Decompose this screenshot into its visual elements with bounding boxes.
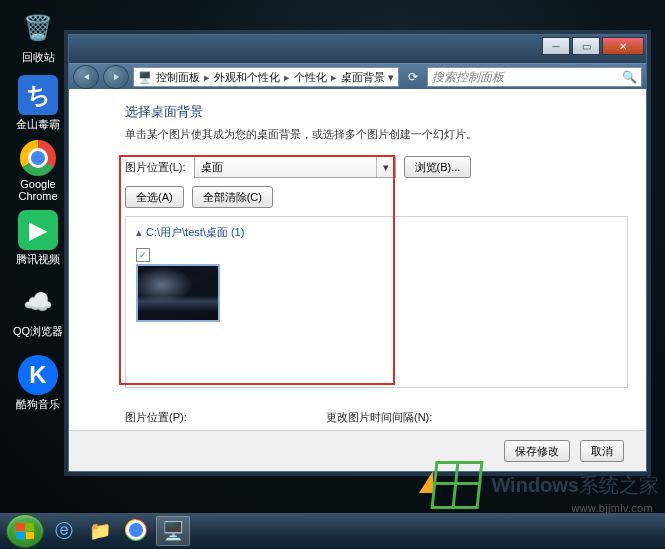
interval-label: 更改图片时间间隔(N): [326,410,560,425]
maximize-button[interactable]: ▭ [572,37,600,55]
desktop-icon-kugou[interactable]: K 酷狗音乐 [10,355,66,412]
watermark-text: Windows系统之家 [491,472,659,499]
chevron-down-icon: ▾ [376,157,395,177]
refresh-button[interactable]: ⟳ [403,70,423,84]
minimize-button[interactable]: ─ [542,37,570,55]
desktop-icon-label: 腾讯视频 [10,252,66,267]
start-button[interactable] [6,514,44,548]
taskbar-control-panel[interactable]: 🖥️ [156,516,190,546]
breadcrumb-item[interactable]: 桌面背景 [341,70,385,85]
search-icon: 🔍 [622,70,637,84]
desktop-icon-label: 回收站 [10,50,66,65]
nav-back-button[interactable] [73,65,99,89]
desktop-icon-tencent[interactable]: ▶ 腾讯视频 [10,210,66,267]
recycle-bin-icon: 🗑️ [18,8,58,48]
nav-toolbar: 🖥️ 控制面板▸ 外观和个性化▸ 个性化▸ 桌面背景 ▾ ⟳ 搜索控制面板 🔍 [69,63,646,91]
shield-icon: ち [18,75,58,115]
picture-position-label: 图片位置(P): [125,410,266,425]
wallpaper-checkbox[interactable]: ✓ [136,248,150,262]
breadcrumb-item[interactable]: 控制面板 [156,70,200,85]
breadcrumb[interactable]: 🖥️ 控制面板▸ 外观和个性化▸ 个性化▸ 桌面背景 ▾ [133,67,399,87]
clear-all-button[interactable]: 全部清除(C) [192,186,273,208]
taskbar-explorer[interactable]: 📁 [84,517,116,545]
desktop-icon-chrome[interactable]: Google Chrome [10,140,66,202]
content-area: 选择桌面背景 单击某个图片使其成为您的桌面背景，或选择多个图片创建一个幻灯片。 … [69,89,646,431]
chevron-down-icon[interactable]: ▾ [388,71,394,84]
control-panel-icon: 🖥️ [138,71,152,84]
desktop-icon-recycle[interactable]: 🗑️ 回收站 [10,8,66,65]
desktop-icon-label: QQ浏览器 [10,324,66,339]
taskbar[interactable]: ⓔ 📁 🖥️ [0,513,665,549]
nav-forward-button[interactable] [103,65,129,89]
selection-buttons-row: 全选(A) 全部清除(C) [125,186,628,208]
desktop-icon-label: 金山毒霸 [10,117,66,132]
page-subtitle: 单击某个图片使其成为您的桌面背景，或选择多个图片创建一个幻灯片。 [125,127,628,142]
chevron-right-icon: ▸ [331,71,337,84]
select-all-button[interactable]: 全选(A) [125,186,184,208]
cloud-icon: ☁️ [18,282,58,322]
desktop-icon-label: 酷狗音乐 [10,397,66,412]
taskbar-chrome[interactable] [120,517,152,545]
titlebar[interactable]: ─ ▭ ✕ [69,35,646,63]
wallpaper-item[interactable]: ✓ [136,248,216,322]
play-icon: ▶ [18,210,58,250]
browse-button[interactable]: 浏览(B)... [404,156,472,178]
watermark-logo [433,461,481,509]
desktop-icon-qqbrowser[interactable]: ☁️ QQ浏览器 [10,282,66,339]
arrow-left-icon [84,74,89,80]
picture-location-row: 图片位置(L): 桌面 ▾ 浏览(B)... [125,156,628,178]
page-title: 选择桌面背景 [125,103,628,121]
combo-value: 桌面 [201,160,223,175]
windows-logo-icon [16,523,34,539]
chevron-right-icon: ▸ [204,71,210,84]
close-button[interactable]: ✕ [602,37,644,55]
chevron-right-icon: ▸ [284,71,290,84]
control-panel-window: ─ ▭ ✕ 🖥️ 控制面板▸ 外观和个性化▸ 个性化▸ 桌面背景 ▾ ⟳ 搜索控… [68,34,647,472]
search-input[interactable]: 搜索控制面板 🔍 [427,67,642,87]
breadcrumb-item[interactable]: 个性化 [294,70,327,85]
chrome-icon [20,140,56,176]
arrow-right-icon [114,74,119,80]
save-button[interactable]: 保存修改 [504,440,570,462]
image-gallery[interactable]: ▴ C:\用户\test\桌面 (1) ✓ [125,216,628,388]
music-icon: K [18,355,58,395]
breadcrumb-item[interactable]: 外观和个性化 [214,70,280,85]
desktop-icon-label: Google Chrome [10,178,66,202]
cancel-button[interactable]: 取消 [580,440,624,462]
desktop-icon-jinshan[interactable]: ち 金山毒霸 [10,75,66,132]
taskbar-ie[interactable]: ⓔ [48,517,80,545]
picture-location-label: 图片位置(L): [125,160,186,175]
collapse-icon: ▴ [136,226,142,239]
gallery-group-header[interactable]: ▴ C:\用户\test\桌面 (1) [136,225,617,240]
wallpaper-thumbnail[interactable] [136,264,220,322]
search-placeholder: 搜索控制面板 [432,69,504,86]
picture-location-combo[interactable]: 桌面 ▾ [194,156,396,178]
gallery-group-title: C:\用户\test\桌面 (1) [146,225,244,240]
desktop: 🗑️ 回收站 ち 金山毒霸 Google Chrome ▶ 腾讯视频 ☁️ QQ… [0,0,665,549]
